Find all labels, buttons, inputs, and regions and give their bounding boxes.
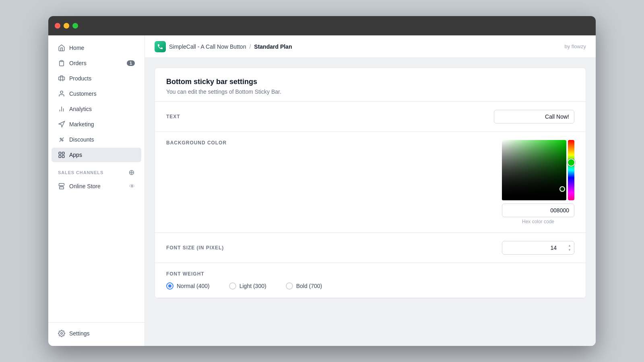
apps-icon bbox=[58, 151, 65, 158]
sidebar-item-marketing[interactable]: Marketing bbox=[52, 117, 141, 132]
sidebar-label-marketing: Marketing bbox=[69, 121, 94, 128]
orders-icon bbox=[58, 60, 65, 67]
marketing-icon bbox=[58, 121, 65, 128]
color-picker-container: Hex color code bbox=[502, 140, 574, 224]
font-weight-label: FONT WEIGHT bbox=[166, 271, 574, 277]
topnav: SimpleCall - A Call Now Button / Standar… bbox=[145, 35, 596, 58]
app-body: Home Orders 1 bbox=[48, 35, 596, 346]
home-icon bbox=[58, 44, 65, 51]
text-field-label: TEXT bbox=[166, 114, 494, 119]
traffic-lights bbox=[55, 23, 78, 29]
radio-bold-circle bbox=[286, 282, 293, 290]
sidebar-item-customers[interactable]: Customers bbox=[52, 86, 141, 101]
spectrum-thumb[interactable] bbox=[567, 158, 575, 167]
radio-light-circle bbox=[229, 282, 236, 290]
sidebar-label-discounts: Discounts bbox=[69, 136, 94, 143]
sidebar-item-products[interactable]: Products bbox=[52, 71, 141, 86]
number-arrows: ▲ ▼ bbox=[567, 244, 572, 252]
sidebar-label-online-store: Online Store bbox=[69, 183, 101, 189]
breadcrumb-by: by flowzy bbox=[565, 43, 586, 49]
hex-label: Hex color code bbox=[502, 219, 574, 224]
svg-rect-11 bbox=[60, 187, 64, 189]
svg-point-5 bbox=[60, 138, 61, 139]
hex-input[interactable] bbox=[502, 204, 574, 217]
radio-light-label: Light (300) bbox=[239, 283, 266, 289]
sales-channels-section: SALES CHANNELS ⊕ bbox=[48, 162, 144, 179]
sidebar-item-settings[interactable]: Settings bbox=[52, 326, 141, 341]
color-gradient[interactable] bbox=[502, 140, 566, 200]
svg-rect-9 bbox=[59, 156, 61, 158]
maximize-button[interactable] bbox=[72, 23, 78, 29]
radio-bold[interactable]: Bold (700) bbox=[286, 282, 322, 290]
titlebar bbox=[48, 16, 596, 35]
svg-rect-8 bbox=[62, 152, 64, 154]
radio-normal-circle bbox=[166, 282, 173, 290]
color-gradient-wrap[interactable] bbox=[502, 140, 566, 200]
products-icon bbox=[58, 75, 65, 82]
radio-light[interactable]: Light (300) bbox=[229, 282, 266, 290]
text-field-control bbox=[494, 110, 574, 123]
svg-point-1 bbox=[60, 91, 63, 93]
text-input[interactable] bbox=[494, 110, 574, 123]
bg-color-label: BACKGROUND COLOR bbox=[166, 140, 502, 146]
svg-point-12 bbox=[61, 333, 63, 335]
app-icon bbox=[155, 41, 166, 52]
minimize-button[interactable] bbox=[64, 23, 69, 29]
sidebar: Home Orders 1 bbox=[48, 35, 145, 346]
settings-icon bbox=[58, 330, 65, 337]
sidebar-item-home[interactable]: Home bbox=[52, 41, 141, 55]
card-subtitle: You can edit the settings of Bottom Stic… bbox=[166, 88, 574, 95]
font-weight-row: FONT WEIGHT Normal (400) Light (300) bbox=[155, 263, 586, 298]
gradient-thumb[interactable] bbox=[559, 186, 565, 192]
radio-normal[interactable]: Normal (400) bbox=[166, 282, 210, 290]
content-area: Bottom sticky bar settings You can edit … bbox=[145, 58, 596, 346]
sidebar-item-discounts[interactable]: Discounts bbox=[52, 132, 141, 147]
decrement-arrow[interactable]: ▼ bbox=[567, 248, 572, 252]
card-header: Bottom sticky bar settings You can edit … bbox=[155, 68, 586, 102]
sidebar-label-analytics: Analytics bbox=[69, 106, 92, 112]
sales-channels-label: SALES CHANNELS bbox=[58, 170, 103, 175]
radio-bold-label: Bold (700) bbox=[296, 283, 322, 289]
svg-rect-7 bbox=[59, 152, 61, 154]
hex-input-wrap: Hex color code bbox=[502, 204, 574, 224]
settings-card: Bottom sticky bar settings You can edit … bbox=[155, 68, 586, 298]
font-size-row: FONT SIZE (IN PIXEL) ▲ ▼ bbox=[155, 233, 586, 263]
sidebar-label-customers: Customers bbox=[69, 90, 97, 97]
discounts-icon bbox=[58, 136, 65, 143]
font-size-input-wrap: ▲ ▼ bbox=[502, 241, 574, 255]
bg-color-row: BACKGROUND COLOR bbox=[155, 132, 586, 233]
app-window: Home Orders 1 bbox=[48, 16, 596, 346]
sidebar-item-online-store[interactable]: Online Store 👁 bbox=[52, 179, 141, 193]
orders-badge: 1 bbox=[127, 60, 135, 66]
radio-normal-label: Normal (400) bbox=[177, 283, 210, 289]
breadcrumb-current: Standard Plan bbox=[254, 43, 292, 50]
sidebar-item-orders[interactable]: Orders 1 bbox=[52, 56, 141, 70]
card-title: Bottom sticky bar settings bbox=[166, 78, 574, 86]
sidebar-label-orders: Orders bbox=[69, 60, 87, 66]
close-button[interactable] bbox=[55, 23, 60, 29]
sidebar-item-apps[interactable]: Apps bbox=[52, 148, 141, 162]
sidebar-label-products: Products bbox=[69, 75, 91, 82]
sidebar-label-settings: Settings bbox=[69, 330, 90, 337]
sidebar-bottom: Settings bbox=[48, 322, 144, 341]
breadcrumb-sep: / bbox=[249, 43, 251, 50]
main-content: SimpleCall - A Call Now Button / Standar… bbox=[145, 35, 596, 346]
breadcrumb: SimpleCall - A Call Now Button / Standar… bbox=[155, 41, 292, 52]
customers-icon bbox=[58, 90, 65, 97]
font-size-label: FONT SIZE (IN PIXEL) bbox=[166, 245, 502, 251]
font-size-control: ▲ ▼ bbox=[502, 241, 574, 255]
svg-rect-10 bbox=[62, 156, 64, 158]
radio-group: Normal (400) Light (300) Bold (700) bbox=[166, 282, 574, 290]
online-store-eye-icon[interactable]: 👁 bbox=[129, 183, 135, 189]
text-row: TEXT bbox=[155, 102, 586, 132]
add-sales-channel-icon[interactable]: ⊕ bbox=[128, 169, 135, 176]
sidebar-label-apps: Apps bbox=[69, 152, 82, 158]
color-spectrum[interactable] bbox=[568, 140, 574, 200]
sidebar-label-home: Home bbox=[69, 45, 84, 51]
sidebar-item-analytics[interactable]: Analytics bbox=[52, 102, 141, 116]
increment-arrow[interactable]: ▲ bbox=[567, 244, 572, 248]
analytics-icon bbox=[58, 105, 65, 113]
color-picker-widget bbox=[502, 140, 574, 200]
breadcrumb-app-name: SimpleCall - A Call Now Button bbox=[169, 43, 246, 50]
font-size-input[interactable] bbox=[502, 241, 574, 255]
